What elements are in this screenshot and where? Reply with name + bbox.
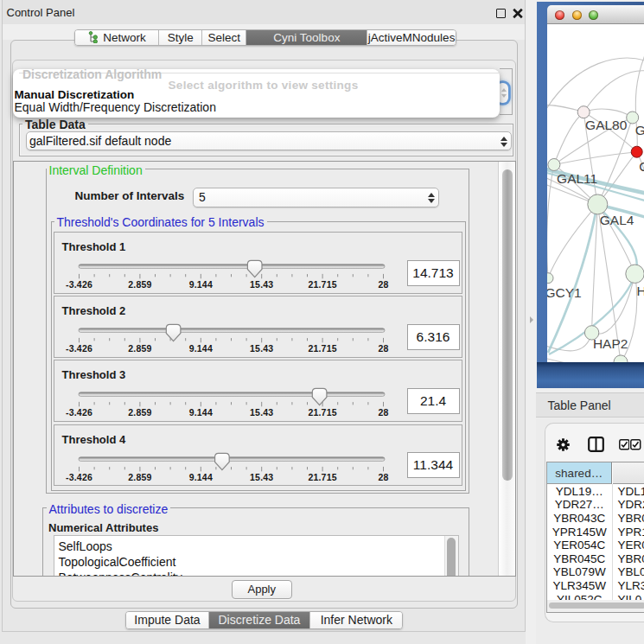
svg-text:21.715: 21.715 bbox=[308, 407, 336, 418]
svg-text:HAP2: HAP2 bbox=[592, 336, 628, 351]
svg-text:28: 28 bbox=[378, 343, 388, 354]
svg-text:-3.426: -3.426 bbox=[66, 407, 92, 418]
svg-text:15.43: 15.43 bbox=[250, 472, 273, 482]
svg-text:28: 28 bbox=[378, 407, 388, 418]
svg-text:21.715: 21.715 bbox=[308, 343, 336, 354]
svg-text:28: 28 bbox=[378, 279, 388, 290]
svg-text:28: 28 bbox=[378, 472, 388, 482]
svg-text:GAL80: GAL80 bbox=[585, 118, 628, 132]
svg-text:15.43: 15.43 bbox=[250, 279, 273, 290]
svg-text:GAL4: GAL4 bbox=[599, 213, 634, 227]
svg-text:GCY1: GCY1 bbox=[547, 285, 582, 300]
svg-text:GAL2: GAL2 bbox=[634, 123, 644, 137]
svg-text:2.859: 2.859 bbox=[128, 279, 151, 290]
svg-text:15.43: 15.43 bbox=[250, 407, 273, 418]
svg-text:2.859: 2.859 bbox=[128, 407, 151, 418]
svg-text:21.715: 21.715 bbox=[308, 279, 336, 290]
svg-text:2.859: 2.859 bbox=[128, 343, 151, 354]
svg-text:CD39: CD39 bbox=[639, 159, 644, 174]
svg-text:9.144: 9.144 bbox=[189, 279, 213, 290]
svg-text:9.144: 9.144 bbox=[189, 343, 213, 354]
svg-text:9.144: 9.144 bbox=[189, 407, 213, 418]
svg-text:2.859: 2.859 bbox=[128, 472, 151, 482]
svg-text:-3.426: -3.426 bbox=[66, 472, 92, 482]
svg-text:-3.426: -3.426 bbox=[66, 279, 92, 290]
svg-text:21.715: 21.715 bbox=[308, 472, 336, 482]
svg-text:GAL11: GAL11 bbox=[557, 171, 597, 186]
svg-text:15.43: 15.43 bbox=[250, 343, 273, 354]
svg-text:-3.426: -3.426 bbox=[66, 343, 92, 354]
svg-text:9.144: 9.144 bbox=[189, 472, 213, 482]
svg-text:HI: HI bbox=[636, 284, 644, 298]
